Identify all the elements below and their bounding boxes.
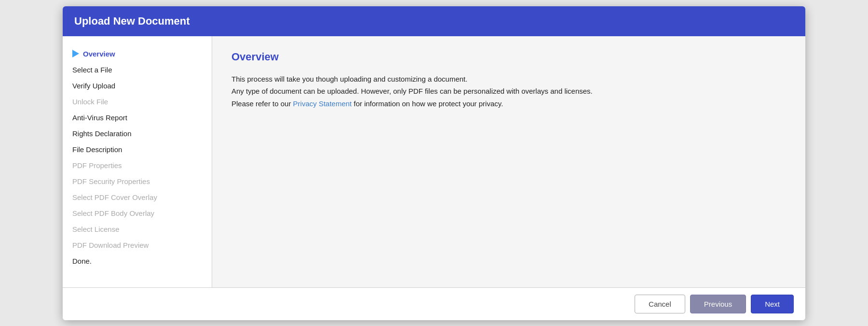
- sidebar-label-rights: Rights Declaration: [72, 129, 132, 138]
- content-para-3: Please refer to our Privacy Statement fo…: [231, 98, 786, 110]
- sidebar-label-done: Done.: [72, 257, 92, 265]
- modal-footer: Cancel Previous Next: [63, 287, 805, 320]
- sidebar-item-rights[interactable]: Rights Declaration: [63, 126, 212, 142]
- modal-title: Upload New Document: [74, 15, 794, 28]
- sidebar-label-verify-upload: Verify Upload: [72, 82, 115, 90]
- content-para-2: Any type of document can be uploaded. Ho…: [231, 85, 786, 98]
- content-body: This process will take you though upload…: [231, 73, 786, 110]
- sidebar-item-select-file[interactable]: Select a File: [63, 62, 212, 78]
- sidebar-item-pdf-security: PDF Security Properties: [63, 173, 212, 189]
- content-para-3-before: Please refer to our: [231, 99, 293, 108]
- sidebar-label-pdf-properties: PDF Properties: [72, 161, 122, 170]
- upload-modal: Upload New Document Overview Select a Fi…: [63, 6, 805, 320]
- cancel-button[interactable]: Cancel: [635, 295, 685, 313]
- sidebar-label-select-license: Select License: [72, 225, 120, 233]
- previous-button[interactable]: Previous: [690, 295, 746, 313]
- content-para-3-after: for information on how we protect your p…: [352, 99, 503, 108]
- sidebar-label-overview: Overview: [83, 50, 115, 58]
- arrow-icon: [72, 50, 79, 57]
- sidebar-label-pdf-body: Select PDF Body Overlay: [72, 209, 154, 217]
- sidebar-item-pdf-cover: Select PDF Cover Overlay: [63, 189, 212, 205]
- sidebar-item-select-license: Select License: [63, 221, 212, 237]
- content-para-1: This process will take you though upload…: [231, 73, 786, 85]
- sidebar-label-file-description: File Description: [72, 145, 122, 154]
- sidebar-item-done[interactable]: Done.: [63, 253, 212, 269]
- modal-header: Upload New Document: [63, 6, 805, 36]
- sidebar-item-file-description[interactable]: File Description: [63, 142, 212, 157]
- sidebar: Overview Select a File Verify Upload Unl…: [63, 36, 212, 287]
- sidebar-item-antivirus[interactable]: Anti-Virus Report: [63, 110, 212, 126]
- sidebar-label-select-file: Select a File: [72, 66, 112, 74]
- sidebar-label-unlock-file: Unlock File: [72, 98, 108, 106]
- sidebar-label-pdf-preview: PDF Download Preview: [72, 241, 149, 249]
- sidebar-label-pdf-security: PDF Security Properties: [72, 177, 150, 185]
- sidebar-item-pdf-body: Select PDF Body Overlay: [63, 205, 212, 221]
- sidebar-item-unlock-file: Unlock File: [63, 94, 212, 110]
- sidebar-label-pdf-cover: Select PDF Cover Overlay: [72, 193, 157, 201]
- modal-body: Overview Select a File Verify Upload Unl…: [63, 36, 805, 287]
- privacy-statement-link[interactable]: Privacy Statement: [293, 99, 352, 108]
- sidebar-item-pdf-preview: PDF Download Preview: [63, 237, 212, 253]
- content-title: Overview: [231, 51, 786, 63]
- next-button[interactable]: Next: [751, 295, 794, 313]
- content-area: Overview This process will take you thou…: [212, 36, 805, 287]
- sidebar-item-overview[interactable]: Overview: [63, 46, 212, 62]
- sidebar-item-verify-upload[interactable]: Verify Upload: [63, 78, 212, 94]
- sidebar-item-pdf-properties: PDF Properties: [63, 157, 212, 173]
- sidebar-label-antivirus: Anti-Virus Report: [72, 113, 127, 122]
